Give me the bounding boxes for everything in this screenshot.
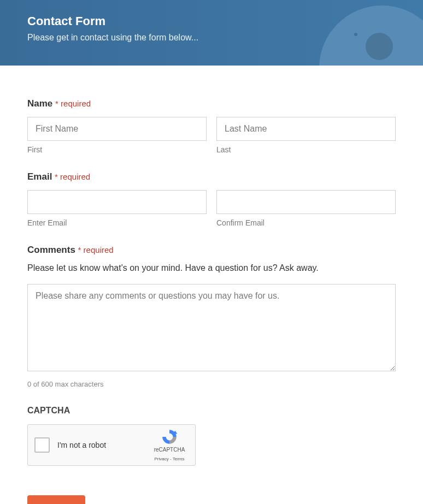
comments-char-counter: 0 of 600 max characters — [27, 380, 396, 388]
email-label-text: Email — [27, 171, 52, 182]
first-name-input[interactable] — [27, 117, 207, 141]
comments-required-indicator: * required — [78, 245, 114, 254]
page-header: Contact Form Please get in contact using… — [0, 0, 423, 66]
name-label-text: Name — [27, 98, 52, 109]
submit-button[interactable]: Submit — [27, 495, 85, 504]
email-input[interactable] — [27, 190, 207, 214]
last-name-sublabel: Last — [216, 145, 396, 154]
contact-form: Name * required First Last Email * requi… — [0, 66, 423, 504]
recaptcha-widget: I'm not a robot reCAPTCHA Privacy - Term… — [27, 424, 196, 466]
comments-label-text: Comments — [27, 245, 75, 255]
recaptcha-terms-link[interactable]: Terms — [173, 456, 185, 461]
recaptcha-brand-text: reCAPTCHA — [150, 447, 189, 453]
recaptcha-branding: reCAPTCHA Privacy - Terms — [150, 428, 189, 463]
recaptcha-text: I'm not a robot — [57, 441, 150, 449]
comments-textarea[interactable] — [27, 284, 396, 371]
last-name-input[interactable] — [216, 117, 396, 141]
email-required-indicator: * required — [55, 172, 90, 181]
first-name-sublabel: First — [27, 145, 207, 154]
page-subtitle: Please get in contact using the form bel… — [27, 33, 396, 43]
comments-field-group: Comments * required Please let us know w… — [27, 245, 396, 388]
email-confirm-sublabel: Confirm Email — [216, 218, 396, 227]
name-field-group: Name * required First Last — [27, 98, 396, 154]
captcha-label: CAPTCHA — [27, 406, 396, 416]
page-title: Contact Form — [27, 14, 396, 28]
email-label: Email * required — [27, 171, 396, 182]
captcha-field-group: CAPTCHA I'm not a robot reCAPTCHA Privac… — [27, 406, 396, 466]
confirm-email-input[interactable] — [216, 190, 396, 214]
comments-label: Comments * required — [27, 245, 396, 256]
name-label: Name * required — [27, 98, 396, 109]
email-field-group: Email * required Enter Email Confirm Ema… — [27, 171, 396, 227]
recaptcha-checkbox[interactable] — [34, 437, 50, 453]
recaptcha-privacy-link[interactable]: Privacy — [155, 456, 169, 461]
recaptcha-logo-icon — [161, 428, 178, 446]
name-required-indicator: * required — [55, 99, 91, 108]
recaptcha-links: Privacy - Terms — [155, 456, 185, 461]
email-enter-sublabel: Enter Email — [27, 218, 207, 227]
comments-description: Please let us know what's on your mind. … — [27, 263, 396, 273]
